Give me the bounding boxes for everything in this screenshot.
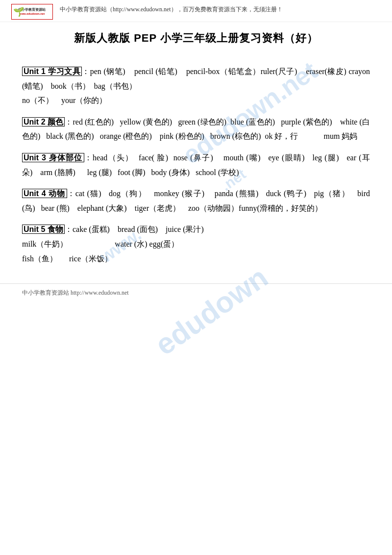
unit-5-line-1: Unit 5 食物：cake (蛋糕) bread (面包) juice (果汁… [22,222,370,237]
unit-3-label: Unit 3 身体部位 [22,153,84,162]
logo-area: 🌱 中小学教育资源站 www.edudown.net [10,4,54,20]
unit-2-block: Unit 2 颜色：red (红色的) yellow (黄色的) green (… [22,115,370,144]
unit-5-block: Unit 5 食物：cake (蛋糕) bread (面包) juice (果汁… [22,222,370,266]
header-notice: 中小学教育资源站（http://www.edudown.net），百万免费教育资… [60,4,382,14]
footer-text: 中小学教育资源站 http://www.edudown.net [22,289,129,296]
logo-plant-icon: 🌱 [13,6,24,17]
unit-5-line-3: fish（鱼） rice（米饭） [22,252,370,266]
unit-4-line: Unit 4 动物：cat (猫) dog（狗） monkey (猴子) pan… [22,186,370,215]
header: 🌱 中小学教育资源站 www.edudown.net 中小学教育资源站（http… [0,0,392,22]
unit-5-label: Unit 5 食物 [22,225,65,234]
footer: 中小学教育资源站 http://www.edudown.net [0,283,392,302]
page-title: 新版人教版 PEP 小学三年级上册复习资料（好） [0,22,392,50]
unit-2-line: Unit 2 颜色：red (红色的) yellow (黄色的) green (… [22,115,370,144]
unit-4-label: Unit 4 动物 [22,189,67,198]
logo-image: 🌱 中小学教育资源站 www.edudown.net [11,4,53,20]
unit-1-label: Unit 1 学习文具 [22,67,82,76]
unit-2-label: Unit 2 颜色 [22,117,65,126]
unit-3-block: Unit 3 身体部位：head（头） face( 脸) nose (鼻子) m… [22,151,370,179]
unit-4-block: Unit 4 动物：cat (猫) dog（狗） monkey (猴子) pan… [22,186,370,215]
unit-1-extra: no（不） your（你的） [22,93,370,108]
unit-1-block: Unit 1 学习文具：pen (钢笔) pencil (铅笔) pencil-… [22,64,370,108]
unit-1-line: Unit 1 学习文具：pen (钢笔) pencil (铅笔) pencil-… [22,64,370,93]
unit-5-line-2: milk（牛奶） water (水) egg(蛋） [22,237,370,252]
content-area: Unit 1 学习文具：pen (钢笔) pencil (铅笔) pencil-… [0,59,392,278]
unit-3-line: Unit 3 身体部位：head（头） face( 脸) nose (鼻子) m… [22,151,370,179]
